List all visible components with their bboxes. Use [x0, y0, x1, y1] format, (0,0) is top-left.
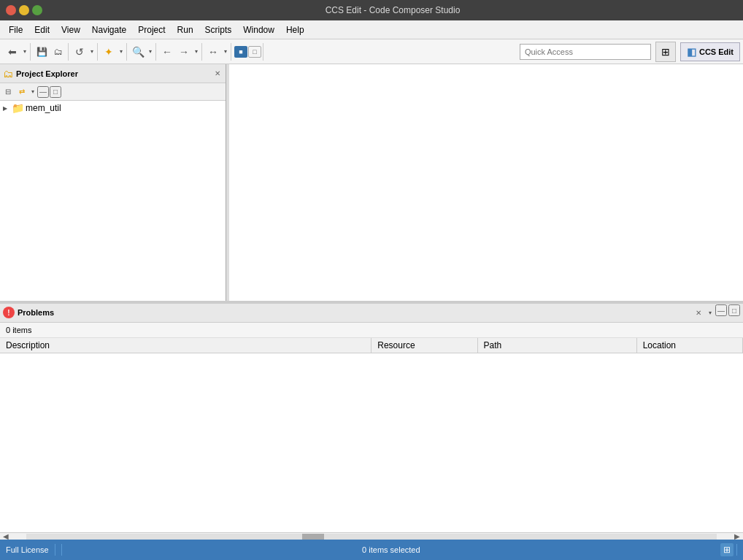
collapse-arrow-icon: ▶ — [3, 105, 10, 112]
status-bar: Full License 0 items selected ⊞ — [0, 540, 743, 560]
link-editor-button[interactable]: ⇄ — [15, 85, 28, 99]
minimize-panel-button[interactable]: — — [37, 86, 49, 98]
problems-view-menu[interactable]: ▾ — [707, 304, 714, 321]
scroll-right-icon[interactable]: ▶ — [731, 532, 743, 540]
project-explorer-panel: 🗂 Project Explorer ✕ ⊟ ⇄ ▾ — □ ▶ 📁 mem_u… — [0, 64, 226, 301]
toolbar-arrows-group: ← → ▾ — [158, 43, 202, 61]
nav-dropdown[interactable]: ▾ — [193, 44, 200, 60]
maximize-button[interactable] — [32, 5, 42, 15]
col-path: Path — [477, 338, 636, 353]
scroll-left-icon[interactable]: ◀ — [0, 532, 12, 540]
toolbar-debug-group: 🔍 ▾ — [128, 43, 156, 61]
menu-view[interactable]: View — [55, 23, 86, 37]
build-button[interactable]: ✦ — [101, 44, 117, 60]
status-layout-icon[interactable]: ⊞ — [720, 543, 734, 556]
title-bar: CCS Edit - Code Composer Studio — [0, 0, 743, 20]
status-divider-1 — [55, 544, 55, 556]
problems-scrollbar-area: ◀ ▶ — [0, 532, 743, 540]
nav-forward-button[interactable]: → — [176, 44, 192, 60]
items-selected-status: 0 items selected — [68, 545, 715, 554]
problems-content: Description Resource Path Location — [0, 338, 743, 533]
menu-file[interactable]: File — [3, 23, 28, 37]
project-explorer-close[interactable]: ✕ — [212, 69, 223, 79]
nav-prev-button[interactable]: ↔ — [205, 44, 221, 60]
refresh-button[interactable]: ↺ — [72, 44, 88, 60]
problems-icon: ! — [3, 307, 15, 318]
main-toolbar: ⬅ ▾ 💾 🗂 ↺ ▾ ✦ ▾ 🔍 ▾ ← → ▾ ↔ ▾ ■ □ ⊞ — [0, 39, 743, 64]
window-controls[interactable] — [6, 5, 42, 15]
maximize-panel-button[interactable]: □ — [50, 86, 61, 98]
project-folder-icon: 📁 — [12, 102, 24, 114]
nav-back-button[interactable]: ← — [159, 44, 175, 60]
top-panels: 🗂 Project Explorer ✕ ⊟ ⇄ ▾ — □ ▶ 📁 mem_u… — [0, 64, 743, 301]
editor-panel — [229, 64, 743, 301]
open-perspective-button[interactable]: ⊞ — [655, 42, 676, 62]
toolbar-arrows2-group: ↔ ▾ — [204, 43, 231, 61]
problems-maximize[interactable]: □ — [728, 304, 740, 316]
col-description: Description — [0, 338, 372, 353]
save-button[interactable]: 💾 — [34, 44, 50, 60]
menu-scripts[interactable]: Scripts — [199, 23, 238, 37]
refresh-dropdown[interactable]: ▾ — [88, 44, 96, 60]
project-explorer-toolbar: ⊟ ⇄ ▾ — □ — [0, 83, 226, 101]
close-button[interactable] — [6, 5, 16, 15]
license-status: Full License — [6, 545, 49, 554]
menu-window[interactable]: Window — [237, 23, 280, 37]
debug-dropdown[interactable]: ▾ — [147, 44, 154, 60]
problems-title: Problems — [18, 308, 690, 317]
window-title: CCS Edit - Code Composer Studio — [48, 5, 737, 15]
problems-minimize[interactable]: — — [715, 304, 727, 316]
problems-close[interactable]: ✕ — [693, 307, 704, 318]
debug-button[interactable]: 🔍 — [130, 44, 146, 60]
toolbar-nav-group: ⬅ ▾ — [3, 43, 31, 61]
problems-count: 0 items — [0, 323, 743, 338]
toolbar-build-group: ✦ ▾ — [99, 43, 127, 61]
terminal-box-button[interactable]: □ — [248, 46, 261, 58]
project-explorer-icon: 🗂 — [3, 68, 13, 80]
back-dropdown[interactable]: ▾ — [21, 44, 28, 60]
bottom-panels: ! Problems ✕ ▾ — □ 0 items Description R… — [0, 304, 743, 540]
back-button[interactable]: ⬅ — [4, 44, 20, 60]
project-label: mem_util — [26, 103, 61, 113]
view-menu-button[interactable]: ▾ — [29, 84, 36, 100]
menu-project[interactable]: Project — [132, 23, 171, 37]
col-location: Location — [636, 338, 742, 353]
menu-edit[interactable]: Edit — [28, 23, 55, 37]
toolbar-refresh-group: ↺ ▾ — [70, 43, 98, 61]
status-divider-3 — [736, 544, 737, 556]
h-scrollbar-thumb[interactable] — [302, 534, 324, 540]
toolbar-terminal-group: ■ □ — [233, 43, 263, 61]
project-item-mem_util[interactable]: ▶ 📁 mem_util — [0, 101, 226, 115]
status-icon-area: ⊞ — [720, 543, 737, 556]
editor-area[interactable] — [229, 64, 743, 301]
menu-bar: File Edit View Navigate Project Run Scri… — [0, 20, 743, 39]
save-all-button[interactable]: 🗂 — [50, 44, 66, 60]
minimize-button[interactable] — [19, 5, 29, 15]
h-scrollbar[interactable] — [26, 534, 717, 540]
problems-table: Description Resource Path Location — [0, 338, 743, 353]
main-content: 🗂 Project Explorer ✕ ⊟ ⇄ ▾ — □ ▶ 📁 mem_u… — [0, 64, 743, 540]
project-tree: ▶ 📁 mem_util — [0, 101, 226, 301]
terminal-button[interactable]: ■ — [234, 46, 247, 58]
collapse-all-button[interactable]: ⊟ — [1, 85, 15, 99]
quick-access-input[interactable] — [520, 44, 651, 60]
project-explorer-title: Project Explorer — [16, 69, 209, 78]
problems-header: ! Problems ✕ ▾ — □ — [0, 304, 743, 323]
project-explorer-header: 🗂 Project Explorer ✕ — [0, 64, 226, 83]
menu-navigate[interactable]: Navigate — [86, 23, 132, 37]
status-divider-2 — [61, 544, 62, 556]
menu-run[interactable]: Run — [172, 23, 199, 37]
toolbar-save-group: 💾 🗂 — [32, 43, 69, 61]
problems-controls: ▾ — □ — [707, 304, 740, 321]
ccs-edit-label: CCS Edit — [699, 47, 734, 56]
menu-help[interactable]: Help — [280, 23, 310, 37]
build-dropdown[interactable]: ▾ — [118, 44, 125, 60]
ccs-edit-perspective-button[interactable]: ◧ CCS Edit — [680, 42, 740, 61]
nav-prev-dropdown[interactable]: ▾ — [222, 44, 229, 60]
col-resource: Resource — [372, 338, 477, 353]
